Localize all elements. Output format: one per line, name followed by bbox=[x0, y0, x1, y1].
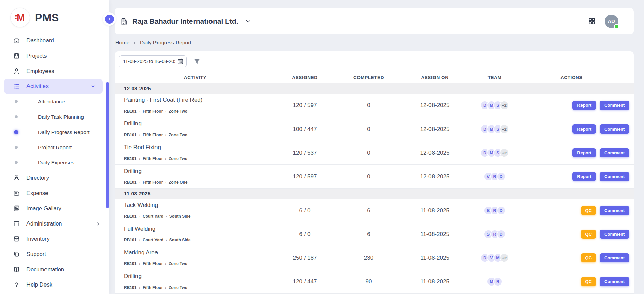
sidebar-item-label: Support bbox=[26, 251, 46, 257]
cell-assigned: 6 / 0 bbox=[266, 207, 343, 214]
cell-completed: 0 bbox=[343, 102, 394, 109]
qc-button[interactable]: QC bbox=[581, 206, 596, 215]
sidebar-item-help-desk[interactable]: Help Desk bbox=[0, 277, 109, 292]
chevron-sep-icon: › bbox=[165, 133, 166, 137]
chevron-sep-icon: › bbox=[139, 214, 140, 218]
chevron-sep-icon: › bbox=[139, 157, 140, 161]
activity-cell: Tie Rod FixingRB101›Fifth Floor›Zone Two bbox=[124, 141, 266, 164]
comment-button[interactable]: Comment bbox=[600, 253, 629, 262]
team-avatar[interactable]: D bbox=[497, 172, 506, 181]
team-more-badge[interactable]: +2 bbox=[500, 253, 509, 262]
sidebar-item-activities[interactable]: Activities bbox=[4, 79, 103, 94]
sidebar-item-employees[interactable]: Employees bbox=[0, 63, 109, 79]
report-button[interactable]: Report bbox=[572, 172, 596, 181]
sidebar-item-support[interactable]: Support bbox=[0, 247, 109, 262]
team-more-badge[interactable]: +2 bbox=[500, 101, 509, 110]
sidebar-subitem-label: Daily Expenses bbox=[38, 160, 74, 166]
team-cell: VRD bbox=[476, 172, 514, 181]
activity-title: Drilling bbox=[124, 120, 266, 127]
activity-title: Painting - First Coat (Fire Red) bbox=[124, 97, 266, 103]
path-segment: Fifth Floor bbox=[143, 133, 163, 137]
comment-button[interactable]: Comment bbox=[600, 230, 629, 239]
sidebar-item-directory[interactable]: Directory bbox=[0, 170, 109, 185]
sidebar-collapse-button[interactable] bbox=[103, 12, 116, 26]
column-assign-on: ASSIGN ON bbox=[394, 75, 476, 80]
path-segment: Fifth Floor bbox=[143, 261, 163, 266]
path-segment: RB101 bbox=[124, 238, 136, 242]
breadcrumb-home[interactable]: Home bbox=[115, 40, 129, 46]
sidebar-item-label: Administration bbox=[26, 220, 62, 227]
sidebar-item-image-gallary[interactable]: Image Gallary bbox=[0, 201, 109, 216]
dot-icon bbox=[15, 100, 18, 103]
qc-button[interactable]: QC bbox=[581, 253, 596, 262]
filter-icon[interactable] bbox=[193, 58, 201, 65]
table-group-row: 11-08-2025 bbox=[115, 189, 634, 199]
cell-assign-on: 12-08-2025 bbox=[394, 150, 476, 156]
sidebar-item-administration[interactable]: Administration bbox=[0, 216, 109, 231]
sidebar-item-inventory[interactable]: Inventory bbox=[0, 231, 109, 247]
company-selector[interactable]: Raja Bahadur International Ltd. bbox=[120, 17, 251, 25]
sidebar-subitem-daily-task-planning[interactable]: Daily Task Planning bbox=[0, 109, 109, 124]
sidebar-scrollbar[interactable] bbox=[106, 82, 109, 208]
sidebar-subitem-daily-progress-report[interactable]: Daily Progress Report bbox=[0, 124, 109, 140]
sidebar-subitem-label: Daily Task Planning bbox=[38, 114, 84, 120]
path-segment: South Side bbox=[169, 238, 191, 242]
sidebar-subitem-attendance[interactable]: Attendance bbox=[0, 94, 109, 109]
comment-button[interactable]: Comment bbox=[600, 124, 629, 134]
comment-button[interactable]: Comment bbox=[600, 206, 629, 215]
table-row: Tack WeldingRB101›Court Yard›South Side6… bbox=[115, 199, 634, 222]
team-cell: MR bbox=[476, 277, 514, 286]
team-avatar[interactable]: R bbox=[493, 277, 502, 286]
sidebar-item-dashboard[interactable]: Dashboard bbox=[0, 33, 109, 48]
chevron-sep-icon: › bbox=[165, 262, 166, 266]
sidebar-subitem-daily-expenses[interactable]: Daily Expenses bbox=[0, 155, 109, 170]
app-logo[interactable]: M PMS bbox=[0, 0, 109, 32]
activity-path: RB101›Fifth Floor›Zone One bbox=[124, 180, 266, 185]
sidebar-subitem-project-report[interactable]: Project Report bbox=[0, 140, 109, 155]
team-more-badge[interactable]: +2 bbox=[500, 124, 509, 134]
path-segment: Zone Two bbox=[169, 261, 187, 266]
report-button[interactable]: Report bbox=[572, 101, 596, 110]
chevron-sep-icon: › bbox=[165, 109, 166, 113]
sidebar-item-documentation[interactable]: Documentation bbox=[0, 262, 109, 277]
report-card: ACTIVITY ASSIGNED COMPLETED ASSIGN ON TE… bbox=[115, 51, 634, 294]
sidebar-item-label: Employees bbox=[26, 68, 54, 74]
chevron-sep-icon: › bbox=[166, 238, 167, 242]
team-more-badge[interactable]: +2 bbox=[500, 148, 509, 157]
comment-button[interactable]: Comment bbox=[600, 277, 629, 286]
report-button[interactable]: Report bbox=[572, 148, 596, 157]
sidebar-item-label: Help Desk bbox=[26, 281, 52, 288]
comment-button[interactable]: Comment bbox=[600, 172, 629, 181]
comment-button[interactable]: Comment bbox=[600, 101, 629, 110]
column-activity: ACTIVITY bbox=[124, 75, 266, 80]
team-avatar[interactable]: D bbox=[497, 230, 506, 239]
sidebar-item-projects[interactable]: Projects bbox=[0, 48, 109, 63]
avatar-initials: AD bbox=[608, 18, 615, 24]
actions-cell: QCComment bbox=[514, 206, 629, 215]
comment-button[interactable]: Comment bbox=[600, 148, 629, 157]
cell-completed: 6 bbox=[343, 231, 394, 238]
activity-title: Drilling bbox=[124, 168, 266, 175]
date-range-input[interactable] bbox=[119, 55, 187, 67]
list-icon bbox=[13, 83, 20, 90]
user-avatar[interactable]: AD bbox=[605, 15, 618, 28]
cell-assign-on: 12-08-2025 bbox=[394, 173, 476, 180]
report-button[interactable]: Report bbox=[572, 124, 596, 134]
path-segment: Zone Two bbox=[169, 285, 187, 290]
chevron-sep-icon: › bbox=[134, 40, 135, 45]
activity-cell: Full WeldingRB101›Court Yard›South Side bbox=[124, 222, 266, 246]
path-segment: Fifth Floor bbox=[143, 109, 163, 114]
chevron-left-icon bbox=[105, 15, 114, 24]
path-segment: Fifth Floor bbox=[143, 180, 163, 185]
table-row: Painting - First Coat (Fire Red)RB101›Fi… bbox=[115, 94, 634, 117]
apps-grid-icon[interactable] bbox=[588, 17, 596, 25]
qc-button[interactable]: QC bbox=[581, 230, 596, 239]
home-icon bbox=[13, 37, 20, 44]
activity-cell: Marking AreaRB101›Fifth Floor›Zone Two bbox=[124, 246, 266, 270]
sidebar-item-label: Dashboard bbox=[26, 37, 54, 44]
team-avatar[interactable]: D bbox=[497, 206, 506, 215]
sidebar-item-expense[interactable]: Expense bbox=[0, 185, 109, 201]
activity-title: Tie Rod Fixing bbox=[124, 144, 266, 151]
filter-row bbox=[115, 51, 634, 67]
qc-button[interactable]: QC bbox=[581, 277, 596, 286]
